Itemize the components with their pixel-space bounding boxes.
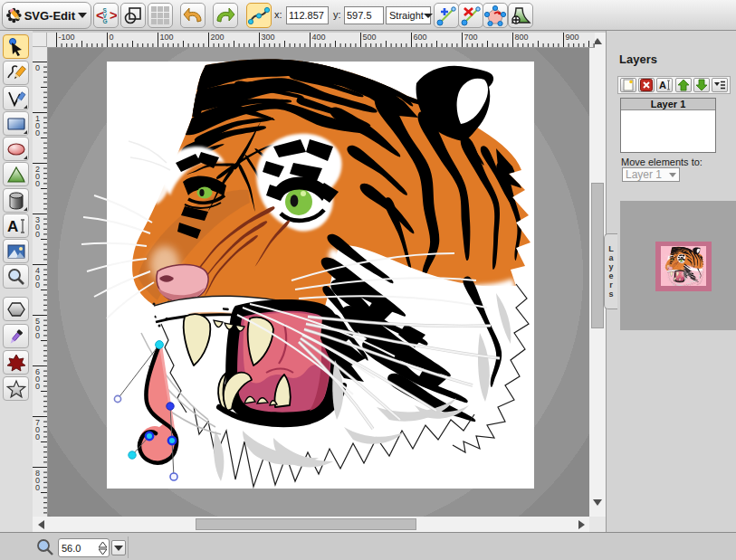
x-label: x: (274, 9, 282, 20)
path-node[interactable] (167, 403, 174, 410)
svg-source-icon: < > S V G (95, 5, 117, 26)
horizontal-scrollbar[interactable] (33, 517, 589, 532)
svg-source-button[interactable]: < > S V G (93, 3, 119, 28)
delete-node-button[interactable] (458, 3, 483, 28)
layer-list-rows[interactable] (621, 110, 715, 152)
open-path-icon (510, 5, 531, 26)
add-node-button[interactable] (434, 3, 459, 28)
text-tool-icon: A (6, 216, 26, 236)
scrollbar-corner (589, 517, 606, 532)
zoom-preset-dropdown[interactable] (111, 540, 126, 555)
tool-select[interactable] (3, 34, 29, 59)
control-handle[interactable] (170, 473, 177, 480)
star-tool-icon (6, 379, 26, 399)
tool-ellipse[interactable] (3, 137, 29, 161)
zoom-icon (36, 538, 54, 556)
undo-button[interactable] (180, 3, 206, 28)
move-layer-up-button[interactable] (675, 78, 692, 92)
canvas-workspace[interactable] (47, 47, 589, 517)
y-input[interactable] (344, 6, 384, 24)
tool-line[interactable] (3, 86, 29, 110)
move-elements-label: Move elements to: (621, 157, 703, 167)
tool-star[interactable] (3, 376, 29, 401)
reorient-path-icon (484, 5, 506, 26)
vertical-scrollbar-thumb[interactable] (591, 183, 604, 328)
spinner-arrows-icon[interactable] (99, 542, 107, 555)
scroll-left-icon[interactable] (38, 520, 44, 529)
layer-buttons-row: A (617, 76, 731, 94)
layers-sidebar-tab[interactable]: Layers (604, 233, 617, 309)
flyout-arrow-icon (24, 130, 27, 134)
main-menu-button[interactable]: SVG-Edit (2, 2, 91, 29)
svg-text:G: G (103, 18, 108, 24)
ruler-label: 200 (211, 33, 225, 42)
reorient-path-button[interactable] (483, 3, 508, 28)
move-layer-down-button[interactable] (693, 78, 710, 92)
eyedropper-tool-icon (6, 327, 26, 346)
segment-type-value: Straight (389, 10, 424, 21)
layer-menu-button[interactable] (712, 78, 728, 92)
flyout-arrow-icon (24, 156, 27, 159)
svg-edit-window: SVG-Edit < > S V G (0, 0, 736, 560)
path-node[interactable] (156, 341, 164, 349)
redo-icon (215, 5, 236, 26)
zoom-spinner[interactable]: 56.0 (58, 538, 110, 557)
thumbnail-tiger (661, 246, 706, 286)
drawing-scene (47, 47, 589, 517)
undo-icon (182, 5, 204, 26)
new-layer-button[interactable] (620, 78, 636, 92)
tool-pencil[interactable] (3, 61, 29, 85)
tool-polygon[interactable] (3, 297, 29, 321)
main-menu-label: SVG-Edit (24, 9, 75, 23)
layers-tab-letter: a (608, 253, 613, 262)
layers-tab-letter: e (608, 271, 613, 280)
scroll-down-icon[interactable] (593, 499, 602, 506)
zoom-value: 56.0 (62, 543, 81, 554)
layers-tab-letter: L (608, 244, 614, 253)
grid-button[interactable] (148, 3, 173, 28)
path-edit-mode-button[interactable] (246, 3, 272, 28)
ruler-label: 0 (35, 63, 40, 72)
path-node-selected[interactable] (168, 437, 176, 444)
rename-layer-button[interactable]: A (656, 78, 673, 92)
path-node[interactable] (129, 451, 136, 459)
document-properties-button[interactable] (120, 3, 146, 28)
ruler-label: 0 (35, 230, 40, 239)
document-properties-icon (123, 5, 143, 25)
layers-tab-letter: s (608, 289, 613, 299)
tool-shape-library[interactable] (3, 188, 29, 213)
layer-list[interactable]: Layer 1 (620, 98, 716, 153)
x-input[interactable] (286, 6, 329, 24)
tool-shapes[interactable] (3, 350, 29, 375)
ruler-label: 100 (160, 33, 174, 42)
tool-text[interactable]: A (3, 214, 29, 238)
ruler-label: 900 (566, 33, 579, 42)
image-tool-icon (6, 242, 26, 261)
ruler-label: 0 (35, 331, 40, 340)
tool-eyedropper[interactable] (3, 324, 29, 348)
delete-layer-button[interactable] (638, 78, 655, 92)
move-target-select[interactable]: Layer 1 (622, 167, 680, 182)
tool-image[interactable] (3, 239, 29, 263)
layer-list-header[interactable]: Layer 1 (621, 99, 715, 110)
svg-text:A: A (7, 218, 18, 235)
ruler-label: 700 (464, 33, 478, 42)
svg-text:A: A (659, 80, 666, 90)
redo-button[interactable] (213, 3, 238, 28)
ruler-label: 800 (515, 33, 529, 42)
left-toolbar: A (0, 31, 33, 532)
tool-zoom[interactable] (3, 264, 29, 289)
tool-path[interactable] (3, 162, 29, 186)
path-node-selected[interactable] (146, 432, 153, 440)
segment-type-select[interactable]: Straight (386, 6, 431, 24)
open-path-button[interactable] (508, 3, 533, 28)
artwork-thumbnail (655, 242, 712, 291)
select-caret-icon (669, 173, 676, 177)
horizontal-scrollbar-thumb[interactable] (196, 518, 416, 530)
move-target-value: Layer 1 (626, 168, 662, 181)
path-tool-icon (6, 165, 26, 185)
tool-rectangle[interactable] (3, 111, 29, 136)
scroll-right-icon[interactable] (578, 520, 585, 529)
layer-up-icon (677, 79, 690, 91)
control-handle[interactable] (114, 395, 120, 402)
